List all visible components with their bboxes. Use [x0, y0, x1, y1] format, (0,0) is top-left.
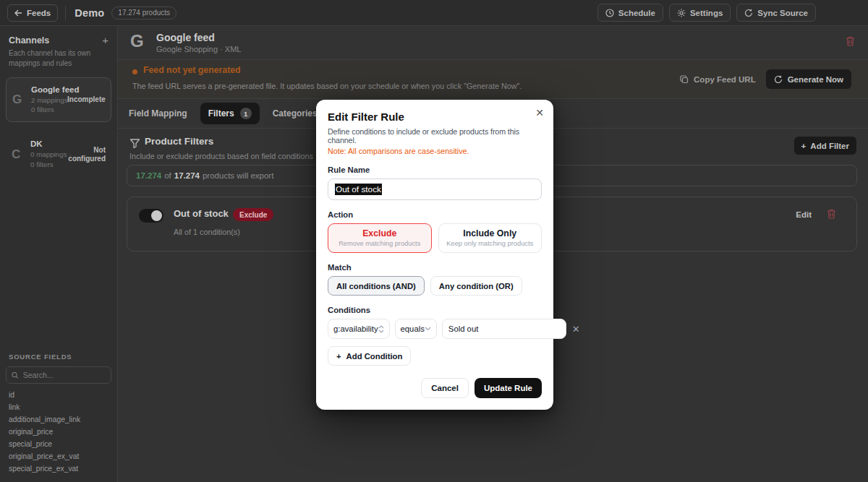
trash-icon	[846, 36, 855, 46]
sync-icon	[744, 9, 753, 17]
schedule-button[interactable]: Schedule	[597, 4, 663, 22]
channel-initial-icon: C	[12, 147, 27, 162]
dialog-title: Edit Filter Rule	[328, 111, 542, 123]
filters-count-badge: 1	[240, 108, 252, 119]
action-option-include[interactable]: Include Only Keep only matching products	[438, 223, 542, 253]
schedule-label: Schedule	[618, 9, 655, 17]
top-bar: Feeds Demo 17.274 products Schedule Sett…	[0, 0, 868, 26]
search-input[interactable]	[23, 371, 106, 379]
condition-row: g:availability equals ✕	[328, 319, 542, 339]
add-condition-label: Add Condition	[346, 352, 403, 361]
tab-label: Filters	[208, 108, 234, 119]
generate-now-label: Generate Now	[788, 75, 843, 84]
google-logo-icon: G	[12, 92, 28, 107]
source-field-item[interactable]: original_price	[6, 426, 111, 438]
rule-name-label: Rule Name	[328, 165, 542, 174]
add-filter-label: Add Filter	[810, 142, 849, 150]
generate-now-button[interactable]: Generate Now	[766, 69, 851, 89]
channel-page-title: Google feed	[156, 32, 215, 43]
back-to-feeds-button[interactable]: Feeds	[7, 4, 58, 22]
refresh-icon	[774, 75, 783, 84]
tab-filters[interactable]: Filters 1	[200, 103, 260, 124]
rule-summary: All of 1 condition(s)	[174, 228, 240, 236]
action-option-exclude[interactable]: Exclude Remove matching products	[328, 223, 432, 253]
rule-action-badge: Exclude	[233, 208, 273, 221]
source-field-item[interactable]: id	[6, 389, 111, 401]
channel-name: DK	[30, 139, 74, 148]
settings-label: Settings	[690, 9, 723, 17]
match-any-or-button[interactable]: Any condition (OR)	[430, 276, 522, 296]
channel-meta: 0 mappings · 0 filters	[30, 150, 74, 168]
rule-name-input[interactable]: Out of stock	[328, 178, 542, 200]
sync-source-button[interactable]: Sync Source	[736, 4, 816, 22]
add-condition-button[interactable]: + Add Condition	[328, 346, 411, 366]
channel-status-badge: Not configured	[68, 145, 106, 163]
toggle-knob	[151, 210, 162, 221]
match-all-and-button[interactable]: All conditions (AND)	[328, 276, 425, 296]
funnel-icon	[129, 138, 140, 149]
delete-channel-button[interactable]	[846, 36, 855, 49]
rule-name: Out of stock	[174, 208, 229, 219]
rule-name-value: Out of stock	[335, 184, 382, 195]
action-label: Action	[328, 210, 542, 219]
rule-enabled-toggle[interactable]	[139, 209, 163, 223]
channel-status-badge: Incomplete	[67, 95, 105, 105]
updown-icon	[378, 325, 384, 333]
channel-page-subtitle: Google Shopping · XML	[156, 45, 241, 53]
section-subtitle: Include or exclude products based on fie…	[129, 152, 313, 160]
condition-operator-value: equals	[401, 324, 425, 333]
condition-operator-select[interactable]: equals	[395, 319, 437, 339]
trash-icon	[827, 209, 836, 219]
banner-description: The feed URL serves a pre-generated file…	[132, 82, 522, 90]
source-fields-panel: SOURCE FIELDS id link additional_image_l…	[0, 353, 117, 482]
include-option-subtitle: Keep only matching products	[442, 240, 539, 247]
update-rule-button[interactable]: Update Rule	[475, 378, 542, 398]
products-count-badge: 17.274 products	[111, 7, 176, 20]
cancel-button[interactable]: Cancel	[421, 378, 469, 398]
source-fields-title: SOURCE FIELDS	[6, 353, 111, 361]
of-label: of	[164, 171, 171, 180]
exclude-option-title: Exclude	[331, 228, 428, 238]
source-fields-search[interactable]	[6, 366, 111, 384]
plus-icon: +	[336, 352, 341, 361]
tab-field-mapping[interactable]: Field Mapping	[129, 108, 187, 119]
delete-rule-button[interactable]	[827, 209, 836, 222]
match-label: Match	[328, 263, 542, 272]
close-icon[interactable]: ✕	[535, 108, 544, 118]
source-field-item[interactable]: original_price_ex_vat	[6, 450, 111, 462]
plus-icon: +	[801, 142, 807, 150]
source-field-item[interactable]: special_price	[6, 438, 111, 450]
source-field-item[interactable]: additional_image_link	[6, 413, 111, 426]
exclude-option-subtitle: Remove matching products	[331, 240, 428, 247]
settings-button[interactable]: Settings	[669, 4, 731, 22]
source-field-item[interactable]: link	[6, 401, 111, 413]
copy-feed-url-button[interactable]: Copy Feed URL	[680, 75, 756, 84]
source-field-item[interactable]: special_price_ex_vat	[6, 462, 111, 475]
condition-field-value: g:availability	[333, 324, 378, 333]
stats-suffix: products will export	[203, 171, 273, 180]
topbar-actions: Schedule Settings Sync Source	[597, 4, 816, 22]
app-window: Feeds Demo 17.274 products Schedule Sett…	[0, 0, 868, 482]
dialog-description: Define conditions to include or exclude …	[328, 127, 542, 145]
feed-title: Demo	[75, 7, 104, 19]
add-channel-button[interactable]: +	[102, 35, 109, 46]
sidebar-item-dk[interactable]: C DK 0 mappings · 0 filters Not configur…	[6, 132, 111, 176]
condition-value-input[interactable]	[442, 319, 566, 339]
edit-filter-rule-dialog: ✕ Edit Filter Rule Define conditions to …	[316, 100, 553, 410]
remove-condition-icon[interactable]: ✕	[571, 324, 581, 335]
feed-status-banner: Feed not yet generated The feed URL serv…	[118, 59, 868, 99]
channel-name: Google feed	[31, 85, 75, 94]
gear-icon	[677, 9, 686, 17]
sidebar-item-google-feed[interactable]: G Google feed 2 mappings · 0 filters Inc…	[6, 77, 111, 122]
channel-tabs: Field Mapping Filters 1 Categories 1/545	[118, 99, 350, 128]
section-title: Product Filters	[145, 136, 213, 147]
condition-field-select[interactable]: g:availability	[328, 319, 390, 339]
copy-icon	[680, 75, 689, 84]
search-icon	[12, 371, 19, 379]
add-filter-button[interactable]: + Add Filter	[794, 137, 856, 155]
banner-title: Feed not yet generated	[143, 65, 241, 75]
edit-rule-button[interactable]: Edit	[796, 210, 812, 219]
source-fields-list: id link additional_image_link original_p…	[6, 389, 111, 475]
topbar-divider	[65, 6, 66, 20]
channels-title: Channels	[9, 35, 49, 46]
